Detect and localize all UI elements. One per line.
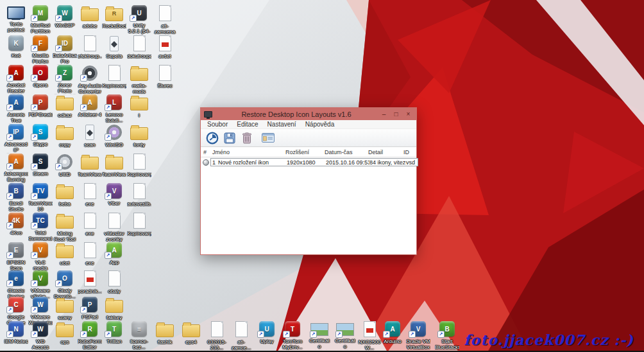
- desktop-icon-certifika-t-o-umi-ste-ni[interactable]: ↗Certifikát o umístění...: [307, 321, 332, 350]
- desktop-icon-vlc-media-player[interactable]: V↗VLC media player: [28, 242, 53, 272]
- desktop-icon-ibm-notes[interactable]: N↗IBM Notes: [4, 321, 28, 344]
- desktop-icon-viber[interactable]: V↗Viber: [102, 183, 126, 206]
- desktop-icon-oracle-vm-virtualbox[interactable]: V↗Oracle VM VirtualBox: [406, 321, 430, 350]
- desktop-icon-teamview[interactable]: TeamView...: [78, 154, 102, 177]
- desktop-icon-lenovo-soluti[interactable]: L↗Lenovo Soluti...: [102, 94, 126, 123]
- desktop-icon-obaly-downlo[interactable]: O↗Obaly Downlo...: [53, 270, 77, 299]
- desktop-icon-obaly[interactable]: obaly: [102, 270, 126, 294]
- save-layout-button[interactable]: [221, 130, 238, 146]
- desktop-icon-032015-235[interactable]: 032015-235...: [205, 321, 229, 351]
- desktop-icon-artisteer-4[interactable]: A↗Artisteer 4: [78, 94, 102, 118]
- restore-layout-button[interactable]: [203, 130, 221, 146]
- minimize-button[interactable]: –: [378, 109, 390, 119]
- desktop-icon-unity-5-2-1-64-bit[interactable]: U↗Unity 5.2.1 (64-bit): [127, 5, 151, 35]
- column-header-[interactable]: #: [203, 149, 212, 155]
- desktop-icon-kopi-rovany[interactable]: Kopírovaný...: [127, 213, 151, 236]
- desktop-icon-ultid[interactable]: ↗UltID: [53, 154, 77, 177]
- desktop-icon-kos[interactable]: KKoš: [4, 35, 28, 58]
- delete-layout-button[interactable]: [238, 130, 255, 146]
- desktop-icon-arduino[interactable]: A↗Arduino: [380, 321, 405, 344]
- desktop-icon-fonty[interactable]: fonty: [127, 124, 151, 148]
- desktop-icon-scan[interactable]: scan: [78, 124, 102, 148]
- desktop-icon-faktury[interactable]: faktury: [102, 297, 126, 321]
- titlebar[interactable]: Restore Desktop Icon Layouts v1.6 – □ ×: [201, 108, 416, 120]
- desktop-icon-odkaz[interactable]: odkaz: [53, 94, 77, 118]
- desktop-icon-roboform-editor[interactable]: R↗RoboForm Editor: [78, 321, 102, 350]
- desktop-icon-steam[interactable]: S↗Steam: [28, 154, 53, 177]
- desktop-icon-epson-scan[interactable]: E↗EPSON Scan: [4, 242, 28, 271]
- desktop-icon-ops[interactable]: ops: [53, 321, 77, 345]
- desktop-icon-tento-poc-i-tac[interactable]: Tento počítač: [4, 5, 28, 33]
- desktop-icon-winiso[interactable]: ↗WinISO: [102, 124, 126, 148]
- column-header-rozlis-eni[interactable]: Rozlišení: [285, 149, 325, 155]
- desktop-icon-ati-zamce[interactable]: ati-zamce...: [229, 321, 253, 351]
- menu-na-pove-da[interactable]: Nápověda: [301, 121, 339, 128]
- desktop-icon-copy[interactable]: copy: [53, 124, 77, 148]
- desktop-icon-ati-zamcena[interactable]: ati-zamcena: [153, 5, 177, 35]
- desktop-icon-any-audio-converter[interactable]: ↗Any Audio Converter: [78, 65, 102, 94]
- column-header-datum-c-as[interactable]: Datum-čas: [325, 149, 368, 155]
- desktop-icon-total-command[interactable]: TC↗Total Command...: [28, 213, 53, 242]
- desktop-icon-teamview[interactable]: TeamView...: [102, 154, 126, 177]
- desktop-icon-start-bluestacks[interactable]: B↗Start BlueStacks: [435, 321, 459, 350]
- desktop-icon-uplay[interactable]: U↗Uplay: [255, 321, 279, 344]
- desktop-icon-scany[interactable]: scany: [53, 297, 77, 321]
- desktop-icon-licence-bez[interactable]: ≡licence-bez...: [127, 321, 151, 350]
- desktop-icon-beba[interactable]: beba: [53, 183, 77, 207]
- desktop-icon-ashampoo-burning-stu[interactable]: A↗Ashampoo Burning Stu...: [4, 154, 28, 183]
- desktop-icon-wd-access-manager[interactable]: W↗WD Access Manager: [28, 321, 53, 351]
- desktop-icon-skype[interactable]: S↗Skype: [28, 124, 53, 147]
- desktop-icon-avs-et[interactable]: avšet: [153, 35, 177, 59]
- desktop-icon-i[interactable]: i: [127, 94, 151, 118]
- desktop-icon-mixing-root-tool[interactable]: Mixing Root Tool: [53, 213, 77, 242]
- desktop-icon-exe[interactable]: exe: [78, 183, 102, 207]
- desktop-icon-pdfcreator[interactable]: P↗PDFCreator: [28, 94, 53, 118]
- desktop-icon-4kvo[interactable]: 4K↗4Kvo: [4, 213, 28, 236]
- desktop-icon-mozilla-firefox[interactable]: F↗Mozilla Firefox: [28, 35, 53, 64]
- maximize-button[interactable]: □: [390, 109, 402, 119]
- desktop-icon-exe[interactable]: exe: [78, 242, 102, 266]
- desktop-icon-adobe[interactable]: adobe: [78, 5, 102, 29]
- desktop-icon-app[interactable]: A↗App: [102, 242, 126, 265]
- desktop-icon-trillian[interactable]: T↗Trillian: [102, 321, 126, 344]
- desktop-icon-advanced-ip-scanner[interactable]: IP↗Advanced IP Scanner: [4, 124, 28, 154]
- desktop-icon-dataartisan-pro-2015[interactable]: ID↗DataArtisan Pro 2015...: [53, 35, 77, 65]
- column-header-detail[interactable]: Detail: [368, 149, 403, 155]
- desktop-icon-mafia-mods[interactable]: mafia-mods: [127, 65, 151, 94]
- desktop-icon-dokutroupe[interactable]: dokutroupe: [127, 35, 151, 59]
- desktop-icon-sepela[interactable]: Sepela: [102, 35, 126, 59]
- column-header-id[interactable]: ID: [403, 149, 416, 155]
- desktop-icon-flashik[interactable]: flashik: [153, 321, 177, 345]
- desktop-icon-kopi-rovany[interactable]: Kopírovaný...: [102, 65, 126, 89]
- desktop-icon-minitool-partition-wi[interactable]: M↗MiniTool Partition Wi...: [28, 5, 53, 35]
- menu-nastaveni[interactable]: Nastavení: [263, 121, 301, 128]
- close-button[interactable]: ×: [402, 109, 414, 119]
- desktop-icon-winscp[interactable]: W↗WinSCP: [53, 5, 77, 28]
- desktop-icon-s-turec[interactable]: Šturec: [153, 65, 177, 89]
- desktop-icon-tomtom-mydriv[interactable]: T↗TomTom MyDriv...: [280, 321, 305, 350]
- desktop-icon-efektroup[interactable]: efektroup...: [78, 35, 102, 59]
- desktop-icon-zoner-photo-studio-17[interactable]: Z↗Zoner Photo Studio 17: [53, 65, 77, 94]
- desktop-icon-acrobat-reader-dc[interactable]: A↗Acrobat Reader DC: [4, 65, 28, 94]
- layout-details-button[interactable]: [259, 130, 276, 146]
- desktop-icon-vmware-vsphe[interactable]: V↗VMware vSphe...: [28, 270, 53, 299]
- desktop-icon-poradni-k[interactable]: poradník...: [78, 270, 102, 294]
- desktop-icon-kopi-rovany[interactable]: Kopírovaný...: [127, 154, 151, 177]
- menu-soubor[interactable]: Soubor: [203, 121, 232, 128]
- desktop-icon-opera[interactable]: O↗Opera: [28, 65, 53, 88]
- desktop-icon-eps4[interactable]: eps4: [179, 321, 203, 345]
- desktop-icon-acronis-true-image-2015[interactable]: A↗Acronis True Image 2015: [4, 94, 28, 124]
- desktop-icon-certifika-t-o-umi-ste-ni[interactable]: ↗Certifikát o umístění...: [333, 321, 357, 350]
- desktop-icon-bandi-studio[interactable]: B↗Bandi Studio: [4, 183, 28, 212]
- desktop-icon-classic-engine[interactable]: e↗Classic Engine: [4, 270, 28, 299]
- menu-editace[interactable]: Editace: [232, 121, 262, 128]
- column-header-jme-no[interactable]: Jméno: [212, 149, 285, 155]
- desktop-icon-uc-et[interactable]: učet: [53, 242, 77, 266]
- desktop-icon-vi-te-zslav-zvonky[interactable]: vítězslav zvonky: [102, 213, 126, 242]
- desktop-icon-teamviewer-10[interactable]: TV↗TeamViewer 10: [28, 183, 53, 212]
- desktop-icon-rocksdock[interactable]: RRocksDock: [102, 5, 126, 29]
- desktop-icon-pspad[interactable]: P↗PSPad: [78, 297, 102, 320]
- desktop-icon-autoveslib[interactable]: autoveslib...: [127, 183, 151, 207]
- desktop-icon-nxc2500-w[interactable]: NXC2500 W...: [357, 321, 382, 351]
- table-row[interactable]: 1Nové rozložení ikon1920x10802015.10.16 …: [210, 158, 418, 166]
